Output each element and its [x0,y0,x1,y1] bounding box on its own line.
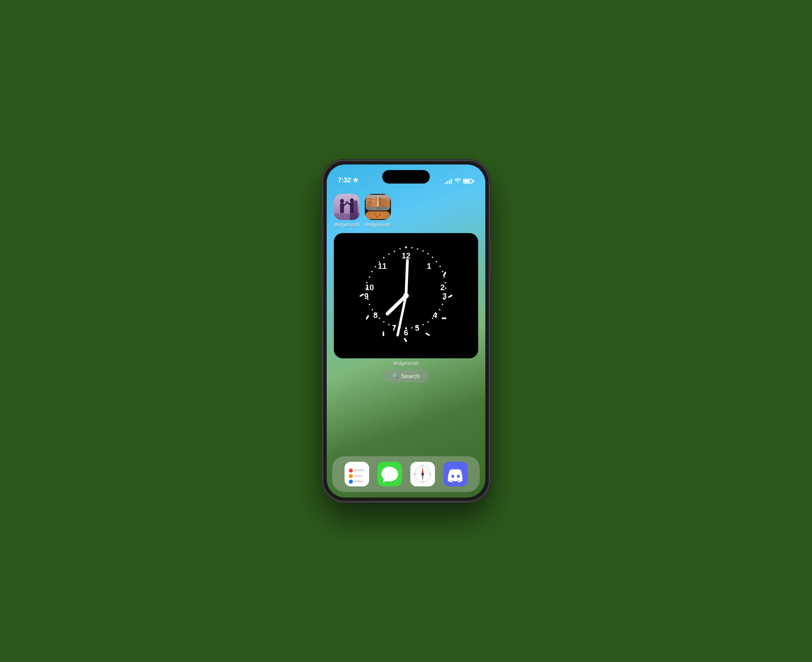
widgetsmith-clock-widget[interactable]: 12 1 2 3 4 5 6 7 8 9 10 11 [334,233,478,358]
svg-point-40 [444,276,445,278]
clock-face: 12 1 2 3 4 5 6 7 8 9 10 11 [350,240,462,351]
svg-point-38 [439,266,441,267]
svg-point-52 [422,324,424,325]
svg-point-76 [383,257,385,258]
svg-point-61 [383,321,385,323]
svg-point-73 [371,271,373,272]
svg-point-78 [388,253,390,255]
widgetsmith-left[interactable]: Widgetsmith [334,194,360,228]
svg-text:W: W [414,473,416,475]
svg-text:11: 11 [378,262,387,270]
phone-screen: 7:32 ★ [327,165,485,497]
svg-point-43 [445,287,446,289]
search-bar: 🔍 Search [334,369,478,383]
svg-point-39 [442,271,443,272]
svg-point-34 [427,253,429,254]
widget-photo-people [334,194,360,220]
svg-rect-6 [350,202,354,213]
svg-point-64 [372,309,373,310]
status-icons [445,178,474,184]
widgetsmith-right[interactable]: Widgetsmith [365,194,391,228]
power-button[interactable] [489,240,491,276]
svg-point-32 [417,248,418,250]
svg-text:12: 12 [402,251,410,260]
svg-text:N: N [421,464,423,467]
widgets-row-top: Widgetsmith [334,194,478,228]
widget-right-label: Widgetsmith [365,222,391,228]
svg-text:E: E [429,473,431,475]
svg-point-27 [376,216,378,217]
svg-point-25 [374,214,376,216]
svg-point-79 [394,251,395,252]
svg-point-33 [422,250,424,252]
svg-rect-1 [334,214,360,220]
messages-app-icon[interactable] [377,462,402,486]
svg-text:3: 3 [442,292,446,300]
battery-icon [463,179,474,184]
svg-rect-22 [366,195,390,198]
svg-text:9: 9 [364,292,368,300]
svg-point-98 [349,469,353,473]
svg-text:5: 5 [415,323,419,332]
signal-icon [445,178,452,184]
svg-point-112 [421,473,424,475]
svg-rect-17 [366,202,368,203]
svg-rect-19 [374,201,375,201]
svg-point-74 [375,266,376,268]
svg-text:7: 7 [392,323,396,332]
svg-point-36 [432,256,433,258]
svg-text:1: 1 [427,262,431,270]
status-time: 7:32 ★ [338,176,358,184]
svg-point-5 [350,198,354,203]
svg-point-42 [444,282,446,283]
safari-app-icon[interactable]: N E S W [410,462,435,486]
dock: N E S W [332,456,480,492]
dynamic-island [382,170,430,184]
discord-app-icon[interactable] [443,462,468,486]
svg-text:S: S [421,481,423,483]
svg-rect-21 [366,207,390,210]
svg-point-60 [388,324,390,325]
svg-point-66 [369,304,370,305]
wifi-icon [454,178,461,184]
svg-text:2: 2 [440,283,444,292]
svg-rect-99 [354,469,364,471]
search-label: Search [401,373,420,379]
svg-point-100 [349,474,353,478]
phone-device: 7:32 ★ [323,161,489,501]
svg-point-2 [340,199,344,204]
svg-rect-16 [368,199,370,201]
svg-point-37 [436,261,437,262]
widget-clock-label: Widgetsmith [334,361,478,366]
svg-point-62 [379,318,380,319]
svg-point-8 [346,201,348,203]
svg-point-55 [411,327,413,329]
svg-point-46 [442,304,443,305]
widget-left-label: Widgetsmith [334,222,360,228]
svg-rect-18 [372,201,373,201]
volume-up-button[interactable] [321,240,323,264]
svg-point-31 [411,247,413,249]
svg-rect-103 [354,480,363,482]
reminders-app-icon[interactable] [345,462,369,486]
search-icon: 🔍 [392,373,398,379]
home-content: Widgetsmith [327,188,485,497]
svg-point-51 [427,321,429,323]
volume-down-button[interactable] [321,270,323,293]
svg-point-26 [379,214,381,216]
svg-point-96 [403,293,409,298]
svg-rect-15 [366,199,368,201]
svg-rect-3 [340,203,344,213]
svg-text:10: 10 [365,283,374,292]
svg-text:6: 6 [404,328,408,337]
svg-point-102 [349,480,353,484]
search-button[interactable]: 🔍 Search [383,369,429,383]
svg-rect-65 [383,331,384,336]
svg-rect-97 [345,462,369,486]
svg-text:8: 8 [373,311,377,320]
svg-point-30 [405,247,407,249]
svg-point-72 [369,276,370,278]
svg-text:4: 4 [433,311,437,320]
svg-rect-101 [354,475,362,477]
svg-point-80 [399,248,401,250]
